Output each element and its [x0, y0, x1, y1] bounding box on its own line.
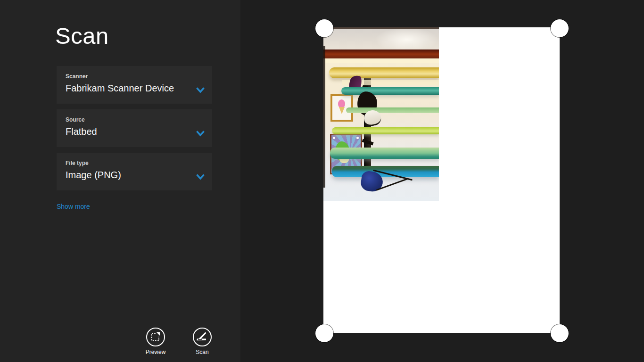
source-dropdown[interactable]: Source Flatbed	[57, 109, 212, 147]
crop-handle-bottom-right[interactable]	[551, 324, 569, 342]
photo-surfboard-lime	[332, 127, 439, 134]
crop-handle-top-right[interactable]	[551, 19, 569, 37]
scan-button-circle	[193, 328, 212, 346]
scan-button[interactable]: Scan	[182, 328, 223, 355]
photo-surfboard-teal	[341, 87, 439, 95]
chevron-down-icon	[196, 174, 205, 180]
crop-handle-bottom-left[interactable]	[315, 324, 333, 342]
scan-preview-page	[323, 27, 560, 333]
photo-icecream-cone	[339, 107, 345, 114]
photo-left-edge	[323, 46, 325, 188]
show-more-link[interactable]: Show more	[57, 203, 90, 210]
scanner-icon	[194, 329, 211, 346]
photo-surfboard-yellow	[329, 67, 439, 78]
crop-handle-top-left[interactable]	[315, 19, 333, 37]
source-value: Flatbed	[66, 126, 97, 137]
scan-button-label: Scan	[182, 349, 223, 355]
photo-surfboard-blue	[332, 166, 439, 177]
filetype-dropdown[interactable]: File type Image (PNG)	[57, 153, 212, 190]
preview-button-label: Preview	[135, 349, 176, 355]
source-label: Source	[66, 116, 85, 123]
settings-panel: Scan Scanner Fabrikam Scanner Device Sou…	[0, 0, 240, 362]
scanner-dropdown[interactable]: Scanner Fabrikam Scanner Device	[57, 66, 212, 104]
preview-button-circle	[146, 328, 165, 346]
filetype-value: Image (PNG)	[66, 170, 121, 181]
photo-top-edge	[323, 27, 439, 29]
chevron-down-icon	[196, 131, 205, 137]
scanner-value: Fabrikam Scanner Device	[66, 83, 174, 94]
photo-surfboard-lightgreen	[346, 107, 439, 113]
chevron-down-icon	[196, 87, 205, 93]
photo-surfboard-green	[330, 148, 439, 159]
preview-button[interactable]: Preview	[135, 328, 176, 355]
filetype-label: File type	[66, 160, 89, 166]
photo-wall-glow	[323, 58, 439, 63]
photo-ceiling	[323, 27, 439, 50]
photo-wood-beam	[323, 49, 439, 58]
preview-marquee-icon	[147, 329, 164, 346]
scanned-image	[323, 27, 439, 201]
photo-pin	[333, 137, 335, 139]
photo-pin	[356, 137, 359, 139]
page-title: Scan	[55, 23, 109, 49]
scanner-label: Scanner	[66, 73, 88, 80]
